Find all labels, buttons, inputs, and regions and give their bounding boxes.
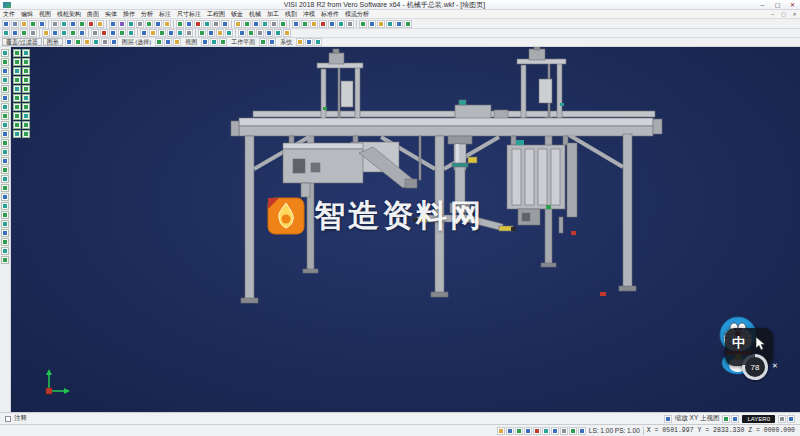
status-icon[interactable] — [569, 427, 577, 435]
toolbar-icon[interactable] — [109, 29, 117, 37]
toolbar-icon[interactable] — [127, 20, 135, 28]
palette-tool-icon[interactable] — [13, 103, 21, 111]
toolbar-icon[interactable] — [319, 20, 327, 28]
toolbar-icon[interactable] — [158, 29, 166, 37]
toolbar-icon[interactable] — [118, 29, 126, 37]
palette-tool-icon[interactable] — [22, 94, 30, 102]
toolbar-icon[interactable] — [212, 20, 220, 28]
dock-tool-icon[interactable] — [1, 184, 9, 192]
menu-item[interactable]: 曲面 — [84, 10, 102, 19]
toolbar-icon[interactable] — [163, 20, 171, 28]
mdi-control-button[interactable]: ─ — [767, 10, 778, 19]
palette-tool-icon[interactable] — [13, 58, 21, 66]
menu-item[interactable]: 线框架构 — [54, 10, 84, 19]
toolbar-icon[interactable] — [283, 29, 291, 37]
mdi-control-button[interactable]: ▢ — [778, 10, 789, 19]
toolbar-icon[interactable] — [274, 29, 282, 37]
toolbar-icon[interactable] — [259, 38, 267, 46]
menu-item[interactable]: 钣金 — [228, 10, 246, 19]
toolbar-icon[interactable] — [29, 20, 37, 28]
menu-item[interactable]: 分析 — [138, 10, 156, 19]
palette-tool-icon[interactable] — [13, 49, 21, 57]
toolbar-icon[interactable] — [268, 38, 276, 46]
palette-tool-icon[interactable] — [13, 112, 21, 120]
dock-tool-icon[interactable] — [1, 211, 9, 219]
toolbar-icon[interactable] — [60, 29, 68, 37]
toolbar-icon[interactable] — [265, 29, 273, 37]
dock-tool-icon[interactable] — [1, 139, 9, 147]
toolbar-icon[interactable] — [91, 29, 99, 37]
layers-group-label[interactable]: 图层 (选择) — [120, 38, 154, 47]
status-icon[interactable] — [515, 427, 523, 435]
toolbar-icon[interactable] — [11, 20, 19, 28]
panel-tab[interactable]: 图形 — [43, 38, 63, 46]
menu-item[interactable]: 标注 — [156, 10, 174, 19]
toolbar-icon[interactable] — [198, 29, 206, 37]
dock-tool-icon[interactable] — [1, 148, 9, 156]
toolbar-icon[interactable] — [185, 20, 193, 28]
dock-tool-icon[interactable] — [1, 103, 9, 111]
toolbar-icon[interactable] — [377, 20, 385, 28]
toolbar-icon[interactable] — [292, 20, 300, 28]
menu-item[interactable]: 操作 — [120, 10, 138, 19]
toolbar-icon[interactable] — [20, 20, 28, 28]
toolbar-icon[interactable] — [194, 20, 202, 28]
dock-tool-icon[interactable] — [1, 256, 9, 264]
dock-tool-icon[interactable] — [1, 193, 9, 201]
toolbar-icon[interactable] — [42, 29, 50, 37]
palette-tool-icon[interactable] — [13, 121, 21, 129]
toolbar-icon[interactable] — [110, 38, 118, 46]
toolbar-icon[interactable] — [167, 29, 175, 37]
toolbar-icon[interactable] — [368, 20, 376, 28]
toolbar-icon[interactable] — [404, 20, 412, 28]
close-button[interactable]: ✕ — [785, 0, 800, 10]
palette-tool-icon[interactable] — [22, 67, 30, 75]
status-icon[interactable] — [578, 427, 586, 435]
status-icon[interactable] — [664, 415, 672, 423]
menu-item[interactable]: 实体 — [102, 10, 120, 19]
palette-tool-icon[interactable] — [13, 76, 21, 84]
toolbar-icon[interactable] — [346, 20, 354, 28]
dock-tool-icon[interactable] — [1, 157, 9, 165]
toolbar-icon[interactable] — [176, 29, 184, 37]
dock-tool-icon[interactable] — [1, 130, 9, 138]
toolbar-icon[interactable] — [96, 20, 104, 28]
dock-tool-icon[interactable] — [1, 238, 9, 246]
dock-tool-icon[interactable] — [1, 202, 9, 210]
toolbar-icon[interactable] — [221, 20, 229, 28]
status-icon[interactable] — [506, 427, 514, 435]
menu-item[interactable]: 标准件 — [318, 10, 342, 19]
toolbar-icon[interactable] — [256, 29, 264, 37]
toolbar-icon[interactable] — [118, 20, 126, 28]
toolbar-icon[interactable] — [69, 20, 77, 28]
toolbar-icon[interactable] — [173, 38, 181, 46]
toolbar-icon[interactable] — [155, 38, 163, 46]
toolbar-icon[interactable] — [305, 38, 313, 46]
toolbar-icon[interactable] — [203, 20, 211, 28]
toolbar-icon[interactable] — [29, 29, 37, 37]
toolbar-icon[interactable] — [270, 20, 278, 28]
maximize-button[interactable]: ▢ — [770, 0, 785, 10]
toolbar-icon[interactable] — [83, 38, 91, 46]
palette-tool-icon[interactable] — [13, 67, 21, 75]
toolbar-icon[interactable] — [65, 38, 73, 46]
toolbar-icon[interactable] — [20, 29, 28, 37]
toolbar-icon[interactable] — [60, 20, 68, 28]
toolbar-icon[interactable] — [201, 38, 209, 46]
annotation-checkbox[interactable] — [5, 416, 11, 422]
overlay-close-icon[interactable]: ✕ — [772, 362, 778, 370]
toolbar-icon[interactable] — [207, 29, 215, 37]
menu-item[interactable]: 尺寸标注 — [174, 10, 204, 19]
toolbar-icon[interactable] — [92, 38, 100, 46]
dock-tool-icon[interactable] — [1, 85, 9, 93]
toolbar-icon[interactable] — [261, 20, 269, 28]
dock-tool-icon[interactable] — [1, 67, 9, 75]
toolbar-icon[interactable] — [100, 29, 108, 37]
progress-bubble[interactable]: 78 — [742, 354, 768, 380]
toolbar-icon[interactable] — [210, 38, 218, 46]
toolbar-icon[interactable] — [219, 38, 227, 46]
toolbar-icon[interactable] — [78, 20, 86, 28]
toolbar-icon[interactable] — [140, 29, 148, 37]
toolbar-icon[interactable] — [328, 20, 336, 28]
panel-tab[interactable]: 覆盖/过滤器 — [2, 38, 42, 46]
